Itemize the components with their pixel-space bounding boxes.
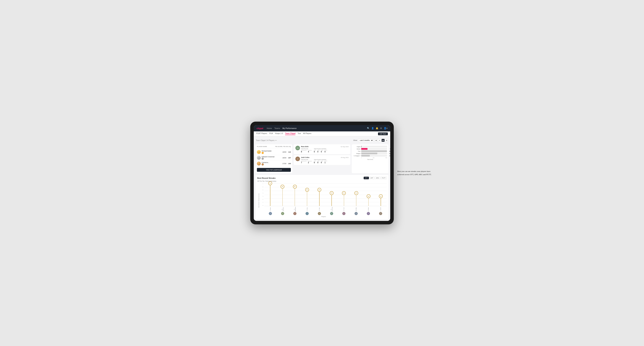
- player-col: R. BrittR: [313, 207, 326, 215]
- total-rounds-label: Total Rounds: [301, 148, 312, 149]
- nav-teams[interactable]: Teams: [274, 127, 280, 129]
- grid-view-btn[interactable]: ⊞: [374, 139, 378, 142]
- practice-col-2: Practice 2: [308, 161, 312, 164]
- player-name-vert: M. Miller: [356, 207, 357, 212]
- subnav-pga[interactable]: PGA: [269, 133, 273, 135]
- player-col: D. FordD: [338, 207, 350, 215]
- player-avatar-small: R: [318, 212, 321, 215]
- nav-my-performance[interactable]: My Performance: [282, 127, 296, 129]
- chart-subtitle: Off The Tee, Fairway Accuracy: [257, 180, 387, 182]
- arg-col: ARG 0: [321, 150, 323, 153]
- lb-player-col: PLAYER NAME: [257, 146, 274, 147]
- player-col: E. EbertE: [264, 207, 276, 215]
- player-avatar-small: B: [281, 212, 284, 215]
- app-logo: clippd: [256, 127, 263, 130]
- rank-badge: 1: [262, 152, 264, 154]
- view-full-leaderboard-button[interactable]: View Full Leaderboard: [257, 168, 291, 172]
- subnav-hcaps[interactable]: Hcaps 1-5: [275, 133, 283, 135]
- bar-value-birdies: 96: [390, 148, 390, 150]
- subnav-tour[interactable]: Tour: [298, 133, 301, 135]
- team-name: Team Clippd: [256, 140, 266, 141]
- tablet-screen: clippd Home Teams My Performance 🔍 👤 🔔 ⚙…: [254, 125, 390, 221]
- show-label: Show: [353, 140, 357, 141]
- player-col: E. CrossmanE: [326, 207, 338, 215]
- player-avatar-small: D: [293, 212, 296, 215]
- filter-buttons: OTT APP ARG PUTT: [364, 177, 387, 179]
- add-team-button[interactable]: Add Team: [378, 133, 388, 135]
- streak-col: 4x: [326, 183, 338, 206]
- table-row[interactable]: RB Richard Butler 1 19/20 110: [257, 149, 291, 155]
- rounds-cols-2: Tournament 7 Practice 2: [301, 161, 312, 164]
- show-controls: Show Last 3 months ⊞ ≡ ▦ ⊟: [353, 139, 388, 142]
- player-name-vert: C. Quick: [380, 207, 381, 212]
- player-col: B. McHargB: [276, 207, 289, 215]
- edit-icon[interactable]: ✏: [275, 140, 277, 141]
- list-view-btn[interactable]: ≡: [378, 139, 381, 142]
- streak-col: 3x: [375, 183, 387, 206]
- player-name-vert: J. Coles: [306, 207, 308, 212]
- streak-col: 6x: [289, 183, 301, 206]
- filter-arg-button[interactable]: ARG: [375, 177, 380, 179]
- bar-fill-bogeys: [361, 153, 377, 154]
- tournament-col: Tournament 8: [301, 150, 306, 153]
- table-row[interactable]: EC Edward Crossman 2 18/20 107: [257, 155, 291, 161]
- table-view-btn[interactable]: ⊟: [385, 139, 388, 142]
- search-icon[interactable]: 🔍: [367, 127, 370, 130]
- streak-bars-container: 7x6x6x5x5x4x4x4x3x3x: [264, 183, 387, 206]
- tournament-col-2: Tournament 7: [301, 161, 306, 164]
- user-icon[interactable]: 👤: [371, 127, 374, 130]
- nav-home[interactable]: Home: [267, 127, 272, 129]
- player-name: Richard Butler: [262, 150, 272, 152]
- view-icons: ⊞ ≡ ▦ ⊟: [374, 139, 388, 142]
- subnav-team-clippd[interactable]: Team Clippd: [285, 133, 296, 135]
- bar-label-bogeys: Bogeys: [353, 153, 360, 154]
- activities-cols: OTT 0 APP 0: [314, 150, 327, 153]
- streak-col: 5x: [314, 183, 325, 206]
- practice-activities-group-2: Total Practice Activities OTT 0: [314, 159, 327, 164]
- main-content: Team Clippd 14 Players ✏ Show Last 3 mon…: [254, 136, 390, 221]
- player-name-vert: B. McHarg: [282, 207, 284, 212]
- tablet-frame: clippd Home Teams My Performance 🔍 👤 🔔 ⚙…: [250, 122, 394, 224]
- card-view-btn[interactable]: ▦: [382, 139, 385, 142]
- pc-left-2: JC Josh Coles 26 Aug 2023 Total Rounds: [296, 157, 348, 164]
- top-nav: clippd Home Teams My Performance 🔍 👤 🔔 ⚙…: [254, 125, 390, 131]
- best-round-streaks-section: Best Round Streaks OTT APP ARG PUTT Off …: [256, 175, 388, 219]
- player-avg: 107: [287, 157, 291, 159]
- period-select[interactable]: Last 3 months: [358, 139, 374, 142]
- streak-col: 6x: [276, 183, 288, 206]
- streak-col: 5x: [301, 183, 313, 206]
- subnav-all-players[interactable]: All Players: [303, 133, 311, 135]
- player-avatar-small: J: [306, 212, 309, 215]
- settings-icon[interactable]: ⚙: [380, 127, 382, 130]
- player-avatar-small: E: [269, 212, 272, 215]
- profile-icon[interactable]: 👤▾: [384, 127, 388, 130]
- streak-line: [356, 193, 356, 206]
- subnav-pgat[interactable]: PGAT Players: [256, 133, 267, 135]
- streak-y-axis: 7 6 5 4 3 2 1 0: [260, 183, 263, 206]
- filter-putt-button[interactable]: PUTT: [380, 177, 387, 179]
- app-col: APP 0: [317, 150, 320, 153]
- filter-app-button[interactable]: APP: [369, 177, 374, 179]
- player-name-vert: R. Britt: [319, 207, 320, 212]
- streak-line: [344, 193, 344, 206]
- sub-nav-items: PGAT Players PGA Hcaps 1-5 Team Clippd T…: [256, 133, 311, 135]
- streak-bubble: 3x: [366, 194, 370, 198]
- bar-value-pars: 499: [389, 151, 390, 152]
- streaks-title: Best Round Streaks: [257, 177, 276, 179]
- player-name-vert: D. Ford: [343, 207, 344, 212]
- chart-row-pars: Pars 499: [353, 150, 387, 152]
- bell-icon[interactable]: 🔔: [376, 127, 378, 130]
- table-row[interactable]: C Cameron... 3 17/20 103: [257, 161, 291, 167]
- player-name-vert: R. Butler: [368, 207, 369, 212]
- lb-avg-col: PB AVG SQ: [283, 146, 291, 147]
- practice-col: Practice 4: [308, 150, 312, 153]
- filter-ott-button[interactable]: OTT: [364, 177, 369, 179]
- pc-date: 02 Sep 2023: [341, 146, 348, 148]
- player-count: 14 Players: [266, 140, 274, 141]
- chart-panel: Eagles 3 Birdies: [352, 144, 388, 173]
- chart-x-title: Total Shots: [353, 159, 387, 160]
- streak-col: 4x: [338, 183, 350, 206]
- bar-track-eagles: 3: [361, 146, 387, 148]
- practice-activities-label: Total Practice Activities: [314, 148, 327, 149]
- nav-items: Home Teams My Performance: [267, 127, 367, 129]
